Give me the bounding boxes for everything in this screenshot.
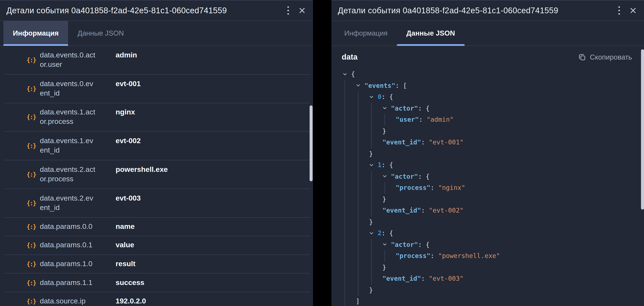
indent-guide	[358, 216, 358, 228]
row-key: data.events.2.ev ent_id	[40, 193, 116, 212]
row-key: data.params.1.1	[40, 278, 116, 287]
tab-information[interactable]: Информация	[335, 21, 397, 46]
json-token-punct: }	[382, 263, 386, 271]
info-row: {:}data.events.0.act or.useradmin	[4, 46, 310, 75]
indent-guide	[345, 273, 345, 284]
copy-icon	[578, 53, 586, 61]
json-token-punct: : {	[418, 241, 430, 248]
json-row: "process": "powershell.exe"	[342, 250, 644, 262]
indent-guide	[358, 284, 358, 296]
row-value: evt-001	[116, 79, 306, 89]
indent-guide	[358, 182, 358, 193]
json-token-key: "process"	[396, 184, 430, 192]
indent-guide	[358, 262, 358, 273]
indent-guide	[345, 193, 345, 205]
indent-guide	[358, 239, 358, 250]
indent-guide	[358, 103, 358, 114]
kebab-menu-icon[interactable]	[282, 4, 294, 17]
json-token-punct: :	[419, 116, 426, 124]
json-token-str: "nginx"	[438, 184, 465, 192]
indent-guide	[358, 114, 358, 125]
scrollbar-thumb[interactable]	[310, 105, 312, 181]
indent-guide	[358, 148, 358, 159]
info-row-kv: data.events.2.ev ent_idevt-003	[40, 193, 310, 212]
dialog-header: Детали события 0a401858-f2ad-42e5-81c1-0…	[332, 1, 644, 21]
indent-guide	[345, 262, 345, 273]
close-icon[interactable]	[626, 6, 637, 16]
row-value: result	[116, 259, 306, 269]
json-token-punct: : {	[382, 229, 393, 237]
indent-guide	[345, 228, 345, 239]
indent-guide	[345, 91, 345, 103]
json-token-punct: :	[421, 207, 429, 214]
event-details-screens: Детали события 0a401858-f2ad-42e5-81c1-0…	[0, 0, 644, 306]
row-key: data.events.1.act or.process	[40, 108, 116, 127]
row-value: success	[116, 278, 306, 287]
collapse-chevron-icon[interactable]	[382, 242, 391, 247]
tab-json-data[interactable]: Данные JSON	[397, 21, 464, 46]
json-token-num: 0	[378, 93, 382, 101]
row-key: data.events.2.act or.process	[40, 165, 116, 184]
json-row: 1: {	[342, 159, 644, 171]
json-type-icon: {:}	[26, 223, 36, 230]
indent-guide	[345, 250, 345, 262]
row-value: nginx	[116, 108, 306, 117]
kebab-menu-icon[interactable]	[613, 4, 626, 17]
indent-guide	[371, 250, 372, 262]
info-row-kv: data.events.1.ev ent_idevt-002	[40, 136, 310, 155]
json-type-icon: {:}	[26, 242, 36, 249]
row-key: data.params.1.0	[40, 259, 116, 269]
tab-information[interactable]: Информация	[4, 21, 68, 46]
scrollbar-thumb[interactable]	[641, 49, 644, 210]
close-icon[interactable]	[294, 6, 306, 16]
json-token-punct: }	[369, 150, 373, 158]
json-token-punct: }	[369, 286, 373, 294]
indent-guide	[358, 228, 358, 239]
json-token-punct: }	[369, 218, 373, 226]
json-token-punct: : {	[418, 105, 430, 112]
indent-guide	[371, 205, 372, 216]
tab-json-data[interactable]: Данные JSON	[68, 21, 133, 46]
json-row: }	[342, 284, 644, 296]
collapse-chevron-icon[interactable]	[369, 231, 378, 236]
indent-guide	[345, 239, 345, 250]
indent-guide	[371, 193, 372, 205]
json-data-body: data Скопировать {"events": [0: {"actor"…	[332, 46, 644, 306]
collapse-chevron-icon[interactable]	[382, 106, 391, 111]
json-tree: {"events": [0: {"actor": {"user": "admin…	[342, 69, 644, 306]
json-type-icon: {:}	[26, 199, 36, 206]
json-type-icon: {:}	[26, 57, 36, 64]
json-token-key: "event_id"	[382, 207, 421, 214]
collapse-chevron-icon[interactable]	[342, 72, 351, 77]
indent-guide	[345, 216, 345, 228]
collapse-chevron-icon[interactable]	[356, 83, 364, 88]
info-row: {:}data.events.2.ev ent_idevt-003	[4, 189, 310, 218]
json-row: "process": "nginx"	[342, 182, 644, 193]
info-row-kv: data.events.0.ev ent_idevt-001	[40, 79, 310, 98]
indent-guide	[345, 296, 345, 306]
json-token-punct: : {	[382, 93, 393, 101]
indent-guide	[358, 205, 358, 216]
json-token-str: "evt-003"	[429, 275, 464, 283]
info-row-kv: data.events.1.act or.processnginx	[40, 108, 310, 127]
indent-guide	[371, 125, 372, 137]
json-root-label: data	[342, 53, 358, 62]
row-key: data.source.ip	[40, 296, 116, 306]
indent-guide	[358, 159, 358, 171]
indent-guide	[358, 250, 358, 262]
indent-guide	[371, 103, 372, 114]
json-type-icon: {:}	[26, 85, 36, 92]
json-type-icon: {:}	[26, 298, 36, 305]
copy-button[interactable]: Скопировать	[578, 53, 632, 61]
indent-guide	[371, 239, 372, 250]
indent-guide	[358, 273, 358, 284]
collapse-chevron-icon[interactable]	[382, 174, 391, 179]
indent-guide	[345, 125, 345, 137]
info-row-kv: data.source.ip192.0.2.0	[40, 296, 310, 306]
json-token-punct: :	[430, 184, 438, 192]
info-row-kv: data.events.2.act or.processpowershell.e…	[40, 165, 310, 184]
collapse-chevron-icon[interactable]	[369, 163, 378, 168]
json-token-punct: }	[382, 195, 386, 203]
json-type-icon: {:}	[26, 279, 36, 286]
collapse-chevron-icon[interactable]	[369, 95, 378, 99]
